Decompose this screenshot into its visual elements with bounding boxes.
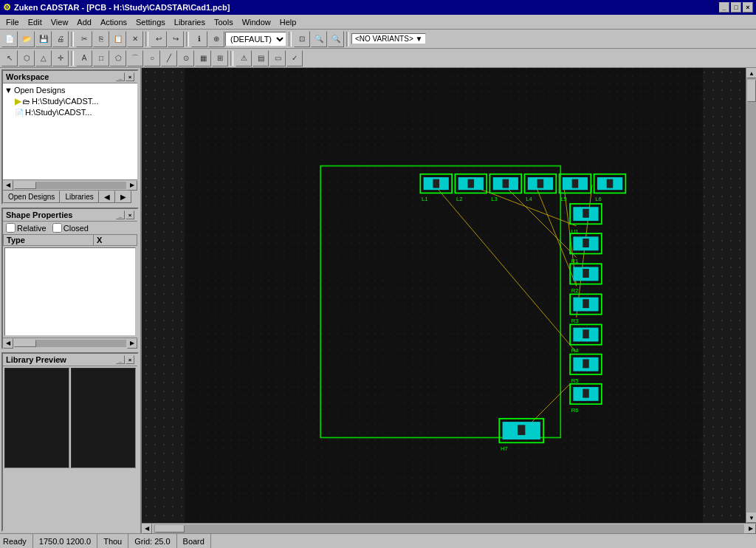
workspace-tree[interactable]: ▼ Open Designs ▶ 🗁 H:\Study\CADST... 📄 H… xyxy=(3,83,137,179)
lib-preview-close-button[interactable]: × xyxy=(126,355,134,364)
lib-preview-minimize-button[interactable]: _ xyxy=(116,355,125,364)
horizontal-scrollbar[interactable]: ◀ ▶ xyxy=(142,523,756,533)
snap-button[interactable]: ⊕ xyxy=(208,31,224,47)
select-button[interactable]: ↖ xyxy=(1,50,18,66)
tab-libraries[interactable]: Libraries xyxy=(60,191,98,203)
shape-props-minimize-button[interactable]: _ xyxy=(116,210,125,219)
workspace-header-buttons: _ × xyxy=(116,72,134,81)
line-button[interactable]: ╱ xyxy=(161,50,177,66)
h-scroll-thumb[interactable] xyxy=(155,525,185,532)
v-scroll-up-button[interactable]: ▲ xyxy=(746,68,756,78)
flood-button[interactable]: ▤ xyxy=(252,50,269,66)
v-scroll-down-button[interactable]: ▼ xyxy=(746,513,756,523)
redo-button[interactable]: ↪ xyxy=(168,31,184,47)
status-unit: Thou xyxy=(97,534,128,548)
zoom-out-button[interactable]: 🔍 xyxy=(328,31,344,47)
relative-checkbox-label[interactable]: Relative xyxy=(6,223,47,233)
shape-h-scrollbar[interactable]: ◀ ▶ xyxy=(3,338,137,348)
tree-item-design1[interactable]: ▶ 🗁 H:\Study\CADST... xyxy=(4,95,136,107)
menu-window[interactable]: Window xyxy=(238,16,275,28)
rect-button[interactable]: □ xyxy=(93,50,109,66)
print-button[interactable]: 🖨 xyxy=(52,31,69,47)
workspace-close-button[interactable]: × xyxy=(126,72,134,81)
tree-item-open-designs[interactable]: ▼ Open Designs xyxy=(4,85,136,95)
tab-nav-prev[interactable]: ◀ xyxy=(99,191,115,203)
text-button[interactable]: A xyxy=(76,50,92,66)
cut-button[interactable]: ✂ xyxy=(76,31,92,47)
open-button[interactable]: 📂 xyxy=(18,31,35,47)
circle-button[interactable]: ○ xyxy=(144,50,160,66)
new-button[interactable]: 📄 xyxy=(1,31,18,47)
drc-button[interactable]: ⚠ xyxy=(236,50,252,66)
menu-view[interactable]: View xyxy=(47,16,73,28)
copper-button[interactable]: ▦ xyxy=(195,50,211,66)
closed-checkbox-label[interactable]: Closed xyxy=(52,223,89,233)
restore-button[interactable]: □ xyxy=(731,2,741,13)
svg-text:R1: R1 xyxy=(571,258,579,264)
status-bar: Ready 1750.0 1200.0 Thou Grid: 25.0 Boar… xyxy=(0,533,756,548)
v-scroll-track xyxy=(746,78,756,513)
close-button[interactable]: × xyxy=(743,2,753,13)
workspace-tabs: Open Designs Libraries ◀ ▶ xyxy=(3,190,137,203)
workspace-h-scrollbar[interactable]: ◀ ▶ xyxy=(3,179,137,190)
arc-button[interactable]: ⌒ xyxy=(127,50,143,66)
tab-open-designs[interactable]: Open Designs xyxy=(3,191,60,203)
h-scroll-thumb-ws[interactable] xyxy=(14,182,36,189)
via-button[interactable]: ⊙ xyxy=(178,50,194,66)
route-button[interactable]: ⬡ xyxy=(18,50,35,66)
pcb-canvas[interactable]: L1 L2 L3 L4 xyxy=(142,68,746,523)
shape-content-area xyxy=(4,247,136,336)
menu-file[interactable]: File xyxy=(1,16,24,28)
h-scroll-track xyxy=(154,524,744,533)
menu-edit[interactable]: Edit xyxy=(24,16,47,28)
toolbar-1: 📄 📂 💾 🖨 ✂ ⎘ 📋 ✕ ↩ ↪ ℹ ⊕ (DEFAULT) ⊡ 🔍 🔍 … xyxy=(0,30,756,49)
closed-checkbox[interactable] xyxy=(52,223,62,233)
clear-button[interactable]: ▭ xyxy=(269,50,286,66)
shape-table: Type X xyxy=(3,234,137,246)
minimize-button[interactable]: _ xyxy=(719,2,729,13)
workspace-minimize-button[interactable]: _ xyxy=(116,72,125,81)
layer-combo[interactable]: (DEFAULT) xyxy=(225,32,286,47)
tree-item-design2[interactable]: 📄 H:\Study\CADST... xyxy=(4,107,136,117)
main-layout: Workspace _ × ▼ Open Designs ▶ 🗁 H:\Stud… xyxy=(0,68,756,533)
place-button[interactable]: △ xyxy=(35,50,52,66)
h-scroll-left-btn[interactable]: ◀ xyxy=(3,180,13,191)
save-button[interactable]: 💾 xyxy=(35,31,52,47)
relative-checkbox[interactable] xyxy=(6,223,16,233)
v-scroll-thumb[interactable] xyxy=(747,80,756,102)
menu-libraries[interactable]: Libraries xyxy=(170,16,210,28)
delete-button[interactable]: ✕ xyxy=(127,31,143,47)
h-scroll-left-button[interactable]: ◀ xyxy=(142,524,152,534)
tab-nav-next[interactable]: ▶ xyxy=(115,191,131,203)
expand-icon: ▼ xyxy=(4,86,13,95)
shape-scroll-right-btn[interactable]: ▶ xyxy=(127,338,137,349)
zoom-fit-button[interactable]: ⊡ xyxy=(294,31,310,47)
zoom-in-button[interactable]: 🔍 xyxy=(311,31,327,47)
closed-label: Closed xyxy=(63,224,89,233)
h-scroll-right-btn[interactable]: ▶ xyxy=(127,180,137,191)
menu-help[interactable]: Help xyxy=(275,16,301,28)
copy-button[interactable]: ⎘ xyxy=(93,31,109,47)
check-button[interactable]: ✓ xyxy=(286,50,303,66)
undo-button[interactable]: ↩ xyxy=(151,31,167,47)
svg-text:R5: R5 xyxy=(571,377,579,384)
info-button[interactable]: ℹ xyxy=(191,31,207,47)
workspace-header: Workspace _ × xyxy=(3,71,137,83)
vertical-scrollbar[interactable]: ▲ ▼ xyxy=(746,68,756,523)
separator-3 xyxy=(186,32,189,47)
svg-rect-25 xyxy=(537,179,544,188)
move-button[interactable]: ✛ xyxy=(52,50,69,66)
shape-props-close-button[interactable]: × xyxy=(126,210,134,219)
menu-tools[interactable]: Tools xyxy=(210,16,238,28)
poly-button[interactable]: ⬠ xyxy=(110,50,126,66)
shape-props-header: Shape Properties _ × xyxy=(3,209,137,222)
pad-button[interactable]: ⊞ xyxy=(212,50,228,66)
svg-text:L4: L4 xyxy=(526,196,532,202)
shape-scroll-thumb[interactable] xyxy=(14,340,36,347)
menu-settings[interactable]: Settings xyxy=(131,16,170,28)
h-scroll-right-button[interactable]: ▶ xyxy=(746,524,756,534)
menu-add[interactable]: Add xyxy=(72,16,96,28)
paste-button[interactable]: 📋 xyxy=(110,31,126,47)
menu-actions[interactable]: Actions xyxy=(96,16,131,28)
shape-scroll-left-btn[interactable]: ◀ xyxy=(3,338,13,349)
